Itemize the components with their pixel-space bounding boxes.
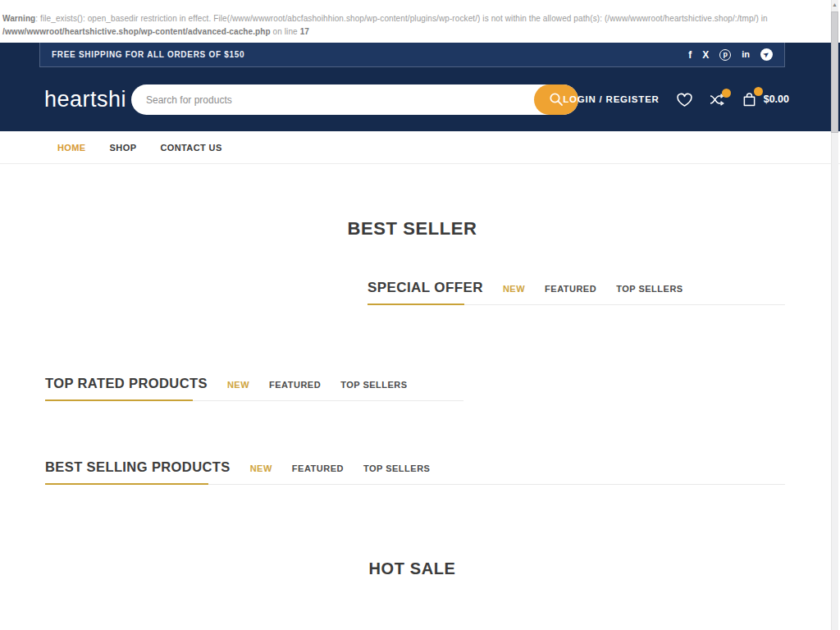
hot-sale-heading: HOT SALE [39,559,785,578]
nav-item-shop[interactable]: SHOP [110,143,137,153]
cart-total: $0.00 [764,94,789,105]
special-offer-tab-top-sellers[interactable]: TOP SELLERS [616,284,683,294]
topbar-container: FREE SHIPPING FOR ALL ORDERS OF $150 f X… [39,43,785,67]
free-shipping-message: FREE SHIPPING FOR ALL ORDERS OF $150 [52,50,244,59]
site-logo[interactable]: heartshi [44,87,126,112]
warning-label: Warning [2,14,35,23]
top-rated-title: TOP RATED PRODUCTS [45,376,208,391]
header-actions: LOGIN / REGISTER [563,67,789,131]
top-rated-tab-featured[interactable]: FEATURED [269,380,321,390]
best-selling-tab-new[interactable]: NEW [250,463,272,473]
x-twitter-icon[interactable]: X [702,50,709,60]
pinterest-icon[interactable]: p [719,49,731,61]
best-selling-tab-top-sellers[interactable]: TOP SELLERS [363,463,431,473]
compare-count-badge [722,89,731,98]
best-selling-title: BEST SELLING PRODUCTS [45,459,231,475]
wishlist-button[interactable] [676,92,693,107]
site-header: heartshi LOGIN / REGISTER [0,67,840,131]
php-warning: Warning: file_exists(): open_basedir res… [2,12,824,39]
search-bar [131,84,578,115]
linkedin-icon[interactable]: in [742,50,750,59]
best-selling-active-underline [45,483,208,485]
special-offer-title: SPECIAL OFFER [368,280,483,296]
nav-item-contact-us[interactable]: CONTACT US [160,143,221,153]
page: Warning: file_exists(): open_basedir res… [0,0,840,630]
top-rated-tab-top-sellers[interactable]: TOP SELLERS [340,380,408,390]
best-seller-heading: BEST SELLER [39,218,785,240]
warning-message: : file_exists(): open_basedir restrictio… [35,14,767,23]
top-rated-section: TOP RATED PRODUCTS NEW FEATURED TOP SELL… [45,376,463,391]
top-rated-head: TOP RATED PRODUCTS NEW FEATURED TOP SELL… [45,376,463,391]
special-offer-section: SPECIAL OFFER NEW FEATURED TOP SELLERS [368,280,785,296]
special-offer-tab-new[interactable]: NEW [503,284,525,294]
special-offer-tab-featured[interactable]: FEATURED [545,284,596,294]
special-offer-head: SPECIAL OFFER NEW FEATURED TOP SELLERS [368,280,785,296]
compare-button[interactable] [710,94,725,106]
top-rated-active-underline [45,399,193,401]
best-selling-head: BEST SELLING PRODUCTS NEW FEATURED TOP S… [45,459,785,475]
best-selling-tab-featured[interactable]: FEATURED [292,463,344,473]
cart-icon-wrap [742,92,757,107]
heart-icon [676,92,693,107]
cart-count-badge [754,87,763,96]
cart-button[interactable]: $0.00 [742,92,789,107]
warning-file-path: /www/wwwroot/heartshictive.shop/wp-conte… [2,27,271,36]
topbar: FREE SHIPPING FOR ALL ORDERS OF $150 f X… [0,43,840,67]
telegram-glyph: ➤ [762,50,770,58]
telegram-icon[interactable]: ➤ [760,48,773,61]
facebook-icon[interactable]: f [688,50,692,60]
special-offer-active-underline [368,304,464,305]
nav-item-home[interactable]: HOME [57,143,86,153]
warning-suffix: on line [271,27,300,36]
social-links: f X p in ➤ [688,48,773,61]
top-rated-tab-new[interactable]: NEW [227,380,249,390]
main-nav: HOME SHOP CONTACT US [0,131,840,164]
warning-line-number: 17 [300,27,309,36]
scrollbar-thumb[interactable] [831,11,838,133]
scrollbar-up-arrow[interactable]: ▲ [831,2,838,7]
best-selling-section: BEST SELLING PRODUCTS NEW FEATURED TOP S… [45,459,785,475]
login-register-link[interactable]: LOGIN / REGISTER [563,94,660,104]
search-input[interactable] [146,84,523,115]
search-icon [549,92,564,107]
